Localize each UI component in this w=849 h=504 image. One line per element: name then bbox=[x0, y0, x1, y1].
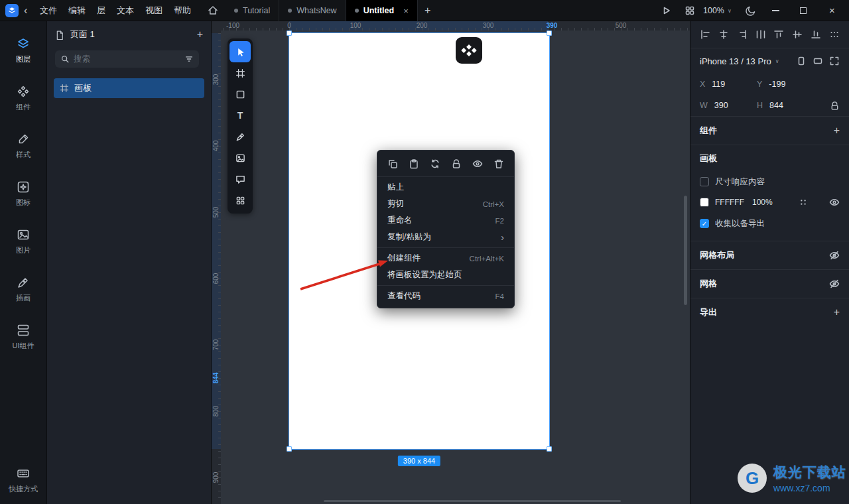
sidebar-item-layers[interactable]: 图层 bbox=[0, 27, 46, 74]
menu-layer[interactable]: 层 bbox=[97, 5, 105, 17]
resource-grid-tool[interactable] bbox=[229, 190, 251, 211]
align-right-icon[interactable] bbox=[737, 29, 748, 40]
menu-help[interactable]: 帮助 bbox=[174, 5, 191, 17]
tidy-up-icon[interactable] bbox=[829, 29, 840, 40]
layer-item-artboard[interactable]: 画板 bbox=[54, 78, 204, 98]
paste-icon[interactable] bbox=[409, 158, 419, 169]
ruler-label: 300 bbox=[212, 66, 220, 93]
back-button[interactable]: ‹ bbox=[24, 3, 27, 18]
page-row[interactable]: 页面 1 + bbox=[47, 21, 211, 48]
landscape-orientation-icon[interactable] bbox=[813, 56, 823, 66]
app-window: ‹ 文件 编辑 层 文本 视图 帮助 Tutorial WhatsNew bbox=[0, 0, 849, 504]
menu-edit[interactable]: 编辑 bbox=[68, 5, 86, 17]
selection-size-badge: 390 x 844 bbox=[398, 456, 440, 466]
app-logo[interactable] bbox=[5, 4, 19, 17]
resize-handle-se[interactable] bbox=[547, 446, 552, 452]
height-field[interactable]: H 844 bbox=[757, 101, 814, 110]
image-tool[interactable] bbox=[229, 147, 251, 168]
menu-item-paste-here[interactable]: 贴上 bbox=[377, 179, 514, 196]
menu-item-copy-paste-as[interactable]: 复制/粘贴为 › bbox=[377, 229, 514, 245]
align-middle-v-icon[interactable] bbox=[792, 29, 803, 40]
add-page-button[interactable]: + bbox=[197, 29, 203, 40]
text-tool[interactable]: T bbox=[229, 105, 251, 126]
resize-handle-nw[interactable] bbox=[287, 31, 292, 36]
eye-off-icon[interactable] bbox=[829, 279, 840, 289]
swap-icon[interactable] bbox=[430, 158, 440, 169]
artboard-element-icon[interactable] bbox=[456, 37, 482, 64]
aspect-lock-icon[interactable] bbox=[830, 101, 840, 111]
add-export-button[interactable]: + bbox=[834, 306, 840, 318]
zoom-control[interactable]: 100% ∨ bbox=[703, 0, 732, 21]
minimize-button[interactable] bbox=[772, 0, 779, 21]
frame-tool[interactable] bbox=[229, 62, 251, 84]
section-title: 组件 bbox=[700, 125, 717, 137]
y-field[interactable]: Y -199 bbox=[757, 80, 814, 89]
eye-icon[interactable] bbox=[472, 158, 483, 169]
tab-whatsnew[interactable]: WhatsNew bbox=[279, 0, 346, 21]
sidebar-item-ui-kit[interactable]: UI组件 bbox=[0, 313, 46, 361]
eye-off-icon[interactable] bbox=[829, 250, 840, 261]
maximize-button[interactable] bbox=[800, 0, 807, 21]
add-component-button[interactable]: + bbox=[834, 125, 840, 137]
copy-icon[interactable] bbox=[387, 158, 398, 169]
canvas-horizontal-scrollbar[interactable] bbox=[324, 500, 621, 502]
menu-item-rename[interactable]: 重命名 F2 bbox=[377, 212, 514, 229]
menu-item-view-code[interactable]: 查看代码 F4 bbox=[377, 288, 514, 304]
checkbox-checked[interactable]: ✓ bbox=[700, 219, 709, 228]
menu-item-set-start-page[interactable]: 将画板设置为起始页 bbox=[377, 267, 514, 283]
sidebar-item-styles[interactable]: 样式 bbox=[0, 122, 46, 170]
distribute-h-icon[interactable] bbox=[755, 29, 766, 40]
present-button[interactable] bbox=[661, 0, 671, 21]
canvas-vertical-scrollbar[interactable] bbox=[684, 196, 687, 305]
align-bottom-icon[interactable] bbox=[811, 29, 821, 40]
resize-handle-sw[interactable] bbox=[287, 446, 292, 452]
align-left-icon[interactable] bbox=[700, 29, 710, 40]
menu-view[interactable]: 视图 bbox=[145, 5, 163, 17]
align-top-icon[interactable] bbox=[773, 29, 784, 40]
canvas[interactable]: 390 x 844 bbox=[221, 31, 690, 504]
search-input[interactable] bbox=[74, 54, 180, 64]
device-preset-label[interactable]: iPhone 13 / 13 Pro bbox=[700, 56, 771, 66]
trash-icon[interactable] bbox=[493, 158, 504, 169]
sidebar-item-illustrations[interactable]: 插画 bbox=[0, 265, 46, 313]
sidebar-item-icons[interactable]: 图标 bbox=[0, 170, 46, 218]
ruler-label: 800 bbox=[212, 398, 220, 424]
menu-item-cut[interactable]: 剪切 Ctrl+X bbox=[377, 196, 514, 212]
apps-button[interactable] bbox=[685, 0, 695, 21]
comment-tool[interactable] bbox=[229, 168, 251, 190]
sidebar-item-images[interactable]: 图片 bbox=[0, 218, 46, 265]
rectangle-tool[interactable] bbox=[229, 84, 251, 105]
menu-text[interactable]: 文本 bbox=[117, 5, 134, 17]
tab-untitled[interactable]: Untitled × bbox=[346, 0, 418, 21]
menu-item-shortcut: Ctrl+X bbox=[483, 200, 504, 208]
sidebar-item-components[interactable]: 组件 bbox=[0, 74, 46, 122]
pen-tool[interactable] bbox=[229, 126, 251, 147]
tab-tutorial[interactable]: Tutorial bbox=[226, 0, 279, 21]
search-box[interactable] bbox=[55, 50, 199, 68]
align-center-h-icon[interactable] bbox=[718, 29, 729, 40]
expand-icon[interactable] bbox=[829, 56, 840, 66]
checkbox-unchecked[interactable] bbox=[700, 177, 709, 186]
portrait-orientation-icon[interactable] bbox=[796, 56, 807, 66]
fill-visibility-eye-icon[interactable] bbox=[829, 197, 840, 208]
select-tool[interactable] bbox=[229, 41, 251, 62]
chevron-down-icon[interactable]: ∨ bbox=[775, 58, 779, 64]
fill-hex-value[interactable]: FFFFFF bbox=[715, 198, 752, 207]
close-window-button[interactable]: × bbox=[829, 0, 835, 21]
x-field[interactable]: X 119 bbox=[700, 80, 757, 89]
h-label: H bbox=[757, 101, 763, 110]
fill-color-swatch[interactable] bbox=[700, 198, 709, 207]
theme-toggle[interactable] bbox=[746, 0, 756, 21]
home-button[interactable] bbox=[207, 5, 219, 17]
filter-icon[interactable] bbox=[184, 54, 194, 64]
unlock-icon[interactable] bbox=[451, 158, 462, 169]
new-tab-button[interactable]: + bbox=[418, 0, 438, 21]
tab-close-icon[interactable]: × bbox=[403, 6, 409, 16]
width-field[interactable]: W 390 bbox=[700, 101, 757, 110]
resize-handle-ne[interactable] bbox=[547, 31, 552, 36]
menu-file[interactable]: 文件 bbox=[40, 5, 57, 17]
fill-opacity-value[interactable]: 100% bbox=[752, 198, 773, 207]
menu-item-create-component[interactable]: 创建组件 Ctrl+Alt+K bbox=[377, 250, 514, 267]
sidebar-item-shortcuts[interactable]: 快捷方式 bbox=[0, 460, 46, 500]
apply-style-icon[interactable] bbox=[799, 198, 808, 207]
